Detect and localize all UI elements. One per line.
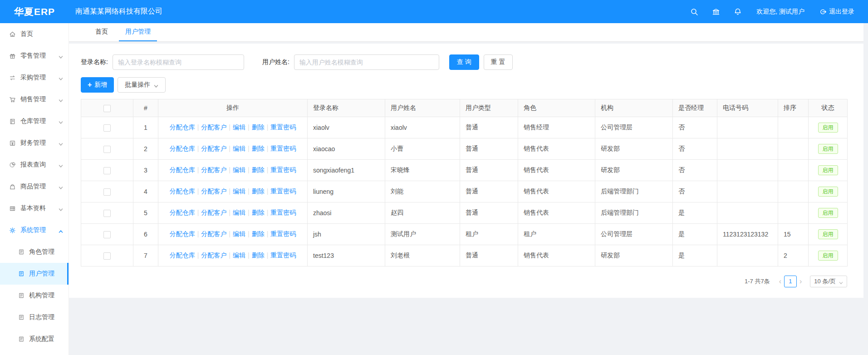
operation-link-4[interactable]: 重置密码 bbox=[270, 230, 296, 237]
chevron-down-icon bbox=[59, 184, 63, 189]
sidebar-item-finance[interactable]: 财务管理 bbox=[0, 132, 69, 154]
add-button[interactable]: + 新增 bbox=[81, 77, 114, 93]
operation-separator: | bbox=[248, 166, 250, 173]
row-checkbox-cell bbox=[81, 202, 133, 224]
table-row: 3分配仓库|分配客户|编辑|删除|重置密码songxiaofeng1宋晓锋普通销… bbox=[81, 160, 848, 181]
row-role: 销售代表 bbox=[518, 160, 595, 181]
operation-link-2[interactable]: 编辑 bbox=[233, 209, 245, 216]
sidebar-subitem-role[interactable]: 角色管理 bbox=[0, 241, 69, 263]
operation-link-0[interactable]: 分配仓库 bbox=[170, 166, 195, 173]
sidebar-item-purchase[interactable]: 采购管理 bbox=[0, 67, 69, 89]
operation-link-2[interactable]: 编辑 bbox=[233, 166, 245, 173]
row-organization: 公司管理层 bbox=[595, 224, 673, 245]
select-all-checkbox[interactable] bbox=[103, 105, 111, 112]
operation-link-3[interactable]: 删除 bbox=[252, 209, 265, 216]
row-user-type: 普通 bbox=[460, 202, 518, 224]
search-form: 登录名称: 用户姓名: 查 询 重 置 bbox=[81, 54, 847, 70]
page-size-select[interactable]: 10 条/页 bbox=[810, 276, 847, 287]
operation-link-4[interactable]: 重置密码 bbox=[270, 166, 296, 173]
sidebar-subitem-label: 系统配置 bbox=[29, 335, 54, 343]
operation-link-0[interactable]: 分配仓库 bbox=[170, 251, 195, 259]
row-phone bbox=[717, 181, 778, 202]
row-checkbox[interactable] bbox=[103, 124, 111, 132]
row-status-cell: 启用 bbox=[809, 202, 848, 224]
sidebar-item-home[interactable]: 首页 bbox=[0, 23, 69, 45]
operation-link-0[interactable]: 分配仓库 bbox=[170, 209, 195, 216]
operation-link-4[interactable]: 重置密码 bbox=[270, 209, 296, 216]
sidebar-subitem-user[interactable]: 用户管理 bbox=[0, 263, 69, 285]
row-index: 7 bbox=[133, 245, 158, 266]
platform-icon[interactable] bbox=[712, 8, 720, 16]
sidebar-item-report[interactable]: 报表查询 bbox=[0, 154, 69, 176]
column-header: 登录名称 bbox=[308, 99, 385, 117]
column-header: 是否经理 bbox=[673, 99, 717, 117]
sidebar-item-system[interactable]: 系统管理 bbox=[0, 219, 69, 241]
retail-icon bbox=[9, 53, 16, 59]
sidebar-item-warehouse[interactable]: 仓库管理 bbox=[0, 110, 69, 132]
operation-separator: | bbox=[248, 187, 250, 195]
operation-link-4[interactable]: 重置密码 bbox=[270, 187, 296, 195]
logout-button[interactable]: 退出登录 bbox=[819, 8, 854, 16]
chevron-down-icon bbox=[59, 54, 63, 58]
operation-link-4[interactable]: 重置密码 bbox=[270, 123, 296, 131]
operation-link-2[interactable]: 编辑 bbox=[233, 187, 245, 195]
tab-user-management[interactable]: 用户管理 bbox=[119, 23, 157, 41]
sidebar-item-retail[interactable]: 零售管理 bbox=[0, 45, 69, 67]
row-checkbox[interactable] bbox=[103, 146, 111, 153]
operation-link-3[interactable]: 删除 bbox=[252, 251, 265, 259]
reset-button[interactable]: 重 置 bbox=[484, 54, 513, 70]
operation-link-0[interactable]: 分配仓库 bbox=[170, 187, 195, 195]
sidebar-item-basic[interactable]: 基本资料 bbox=[0, 197, 69, 219]
operation-link-4[interactable]: 重置密码 bbox=[270, 251, 296, 259]
operation-link-1[interactable]: 分配客户 bbox=[201, 123, 226, 131]
operation-link-2[interactable]: 编辑 bbox=[233, 145, 245, 152]
prev-page-arrow[interactable]: ‹ bbox=[776, 276, 784, 287]
sidebar-item-sales[interactable]: 销售管理 bbox=[0, 89, 69, 110]
operation-link-1[interactable]: 分配客户 bbox=[201, 166, 226, 173]
row-checkbox[interactable] bbox=[103, 188, 111, 196]
user-name-input[interactable] bbox=[294, 54, 439, 70]
tab-home[interactable]: 首页 bbox=[89, 23, 114, 41]
query-button[interactable]: 查 询 bbox=[449, 54, 479, 70]
row-checkbox-cell bbox=[81, 245, 133, 266]
operation-separator: | bbox=[248, 123, 250, 131]
sidebar-subitem-org[interactable]: 机构管理 bbox=[0, 285, 69, 306]
row-checkbox[interactable] bbox=[103, 231, 111, 238]
operation-separator: | bbox=[197, 230, 199, 237]
operation-link-3[interactable]: 删除 bbox=[252, 123, 265, 131]
operation-link-0[interactable]: 分配仓库 bbox=[170, 123, 195, 131]
operation-link-0[interactable]: 分配仓库 bbox=[170, 230, 195, 237]
operation-link-1[interactable]: 分配客户 bbox=[201, 145, 226, 152]
operation-link-1[interactable]: 分配客户 bbox=[201, 230, 226, 237]
row-checkbox[interactable] bbox=[103, 252, 111, 260]
row-index: 6 bbox=[133, 224, 158, 245]
search-icon[interactable] bbox=[690, 8, 698, 16]
sidebar-item-label: 首页 bbox=[20, 30, 63, 38]
operation-link-0[interactable]: 分配仓库 bbox=[170, 145, 195, 152]
current-page-button[interactable]: 1 bbox=[784, 276, 797, 287]
operation-link-3[interactable]: 删除 bbox=[252, 145, 265, 152]
row-operations: 分配仓库|分配客户|编辑|删除|重置密码 bbox=[158, 138, 308, 160]
operation-link-3[interactable]: 删除 bbox=[252, 187, 265, 195]
sidebar-subitem-log[interactable]: 日志管理 bbox=[0, 306, 69, 328]
sidebar-subitem-label: 机构管理 bbox=[29, 291, 54, 300]
operation-link-1[interactable]: 分配客户 bbox=[201, 187, 226, 195]
operation-link-3[interactable]: 删除 bbox=[252, 166, 265, 173]
operation-link-2[interactable]: 编辑 bbox=[233, 123, 245, 131]
operation-link-1[interactable]: 分配客户 bbox=[201, 251, 226, 259]
sidebar-subitem-config[interactable]: 系统配置 bbox=[0, 328, 69, 350]
operation-link-2[interactable]: 编辑 bbox=[233, 230, 245, 237]
next-page-arrow[interactable]: › bbox=[797, 276, 804, 287]
row-phone bbox=[717, 202, 778, 224]
operation-link-2[interactable]: 编辑 bbox=[233, 251, 245, 259]
operation-link-3[interactable]: 删除 bbox=[252, 230, 265, 237]
row-checkbox[interactable] bbox=[103, 210, 111, 217]
notification-bell-icon[interactable] bbox=[734, 8, 742, 16]
operation-separator: | bbox=[267, 123, 269, 131]
operation-link-1[interactable]: 分配客户 bbox=[201, 209, 226, 216]
batch-operation-button[interactable]: 批量操作 bbox=[118, 77, 166, 93]
login-name-input[interactable] bbox=[113, 54, 244, 70]
row-checkbox[interactable] bbox=[103, 167, 111, 174]
sidebar-item-goods[interactable]: 商品管理 bbox=[0, 176, 69, 197]
operation-link-4[interactable]: 重置密码 bbox=[270, 145, 296, 152]
